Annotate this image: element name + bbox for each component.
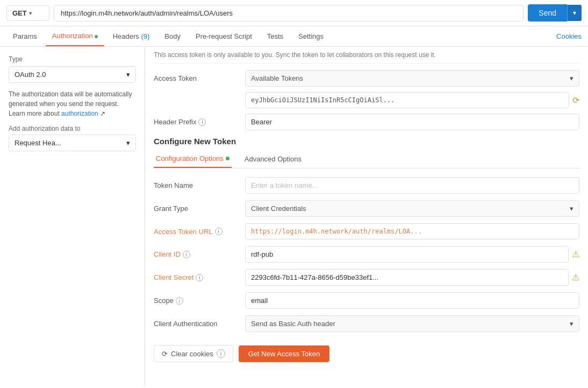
client-authentication-label: Client Authentication (154, 320, 245, 328)
bottom-actions: ⟳ Clear cookies i Get New Access Token (154, 341, 579, 362)
info-text: The authorization data will be automatic… (9, 89, 136, 118)
client-authentication-field: Send as Basic Auth header ▾ (245, 315, 579, 332)
header-prefix-label: Header Prefix i (154, 118, 245, 126)
client-secret-label: Client Secret i (154, 273, 245, 281)
type-select[interactable]: OAuth 2.0 ▾ (9, 66, 136, 83)
add-auth-chevron-icon: ▾ (126, 139, 130, 147)
client-secret-row: Client Secret i ⚠ (154, 269, 579, 286)
url-input[interactable] (54, 5, 524, 22)
scope-field (245, 292, 579, 309)
header-prefix-field (245, 114, 579, 130)
client-secret-input[interactable] (245, 269, 569, 286)
client-id-field: ⚠ (245, 246, 579, 263)
scope-row: Scope i (154, 292, 579, 309)
client-id-info-icon[interactable]: i (183, 251, 190, 258)
configure-title: Configure New Token (154, 137, 579, 146)
sub-tab-configuration-options[interactable]: Configuration Options (154, 150, 232, 168)
right-panel: This access token is only available to y… (145, 47, 588, 386)
available-tokens-chevron-icon: ▾ (570, 74, 573, 82)
cookies-link[interactable]: Cookies (556, 27, 582, 46)
grant-type-row: Grant Type Client Credentials ▾ (154, 200, 579, 217)
tab-bar: Params Authorization Headers (9) Body Pr… (0, 26, 588, 47)
get-new-access-token-button[interactable]: Get New Access Token (239, 345, 329, 362)
scope-info-icon[interactable]: i (176, 297, 183, 305)
type-chevron-icon: ▾ (126, 70, 130, 79)
method-label: GET (12, 9, 27, 17)
tab-headers[interactable]: Headers (9) (106, 27, 156, 46)
authorization-active-dot (95, 35, 98, 38)
header-prefix-info-icon[interactable]: i (198, 118, 206, 126)
sub-tab-advanced-options[interactable]: Advanced Options (242, 150, 304, 168)
tab-authorization[interactable]: Authorization (46, 26, 104, 46)
method-select[interactable]: GET ▾ (6, 5, 49, 21)
config-options-dot (226, 157, 230, 160)
header-prefix-row: Header Prefix i (154, 114, 579, 130)
access-token-url-info-icon[interactable]: i (215, 228, 223, 235)
send-dropdown-button[interactable]: ▾ (567, 5, 582, 21)
grant-type-field: Client Credentials ▾ (245, 200, 579, 217)
main-content: Type OAuth 2.0 ▾ The authorization data … (0, 47, 588, 386)
token-value-text: eyJhbGciOiJSUzI1NiIsInR5cCIgOiAiSl... (245, 92, 569, 108)
clear-cookies-info-icon[interactable]: i (217, 349, 225, 358)
tab-params[interactable]: Params (6, 27, 44, 46)
add-auth-label: Add authorization data to (9, 125, 136, 132)
left-panel: Type OAuth 2.0 ▾ The authorization data … (0, 47, 145, 386)
method-chevron-icon: ▾ (29, 10, 32, 16)
grant-type-select[interactable]: Client Credentials ▾ (245, 200, 579, 217)
token-name-label: Token Name (154, 181, 245, 189)
client-secret-warn-icon: ⚠ (572, 272, 579, 283)
client-auth-chevron-icon: ▾ (570, 320, 573, 328)
token-name-input[interactable] (245, 177, 579, 194)
clear-cookies-icon: ⟳ (162, 350, 168, 358)
token-value-field: eyJhbGciOiJSUzI1NiIsInR5cCIgOiAiSl... ⟳ (245, 92, 579, 108)
client-authentication-select[interactable]: Send as Basic Auth header ▾ (245, 315, 579, 332)
client-id-warn-icon: ⚠ (572, 249, 579, 259)
send-button-group: Send ▾ (528, 4, 582, 22)
tab-body[interactable]: Body (158, 27, 187, 46)
type-label: Type (9, 55, 136, 63)
access-token-row: Access Token Available Tokens ▾ (154, 70, 579, 87)
access-token-url-field (245, 223, 579, 239)
client-id-input[interactable] (245, 246, 569, 263)
token-name-field (245, 177, 579, 194)
tab-tests[interactable]: Tests (261, 27, 290, 46)
token-sync-icon[interactable]: ⟳ (572, 95, 579, 105)
header-prefix-input[interactable] (245, 114, 579, 130)
access-token-url-input[interactable] (245, 223, 579, 239)
notice-bar: This access token is only available to y… (154, 47, 579, 64)
access-token-field: Available Tokens ▾ (245, 70, 579, 87)
token-value-row: eyJhbGciOiJSUzI1NiIsInR5cCIgOiAiSl... ⟳ (154, 92, 579, 108)
grant-type-chevron-icon: ▾ (570, 204, 573, 213)
send-button[interactable]: Send (528, 4, 567, 22)
access-token-label: Access Token (154, 74, 245, 82)
scope-input[interactable] (245, 292, 579, 309)
client-secret-field: ⚠ (245, 269, 579, 286)
sub-tabs: Configuration Options Advanced Options (154, 150, 579, 168)
client-authentication-row: Client Authentication Send as Basic Auth… (154, 315, 579, 332)
add-auth-select[interactable]: Request Hea... ▾ (9, 135, 136, 151)
scope-label: Scope i (154, 297, 245, 305)
client-secret-info-icon[interactable]: i (196, 274, 203, 281)
tab-pre-request-script[interactable]: Pre-request Script (189, 27, 259, 46)
clear-cookies-button[interactable]: ⟳ Clear cookies i (154, 345, 233, 362)
authorization-link[interactable]: authorization (61, 110, 98, 117)
grant-type-label: Grant Type (154, 204, 245, 213)
client-id-row: Client ID i ⚠ (154, 246, 579, 263)
access-token-url-row: Access Token URL i (154, 223, 579, 239)
access-token-url-label: Access Token URL i (154, 228, 245, 236)
available-tokens-select[interactable]: Available Tokens ▾ (245, 70, 579, 87)
tab-settings[interactable]: Settings (292, 27, 330, 46)
url-bar: GET ▾ Send ▾ (0, 0, 588, 26)
client-id-label: Client ID i (154, 250, 245, 258)
token-name-row: Token Name (154, 177, 579, 194)
